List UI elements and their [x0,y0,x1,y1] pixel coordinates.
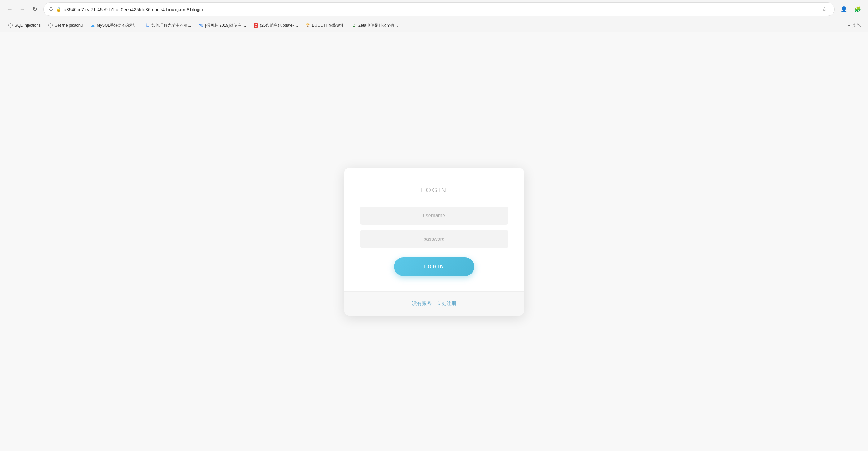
username-input[interactable] [360,207,508,224]
browser-toolbar: ← → ↻ 🛡 🔒 a8540cc7-ea71-45e9-b1ce-0eea42… [0,0,868,19]
firefox-account-icon[interactable]: 👤 [838,4,849,15]
bookmarks-more-button[interactable]: » 其他 [845,21,863,29]
bookmark-label: Get the pikachu [55,23,83,28]
shield-icon: 🛡 [49,6,54,12]
bookmark-star-button[interactable]: ☆ [820,5,829,13]
bookmark-zhi-icon: 知 [145,23,150,28]
address-bar[interactable]: 🛡 🔒 a8540cc7-ea71-45e9-b1ce-0eea425fdd36… [43,2,835,16]
bookmark-item-zeta[interactable]: Z Zeta电位是什么？有... [349,21,401,29]
bookmark-label: [强网杯 2019]随便注 ... [205,23,246,28]
bookmark-globe-icon [8,23,13,28]
username-field-container [360,207,508,224]
page-content: LOGIN LOGIN 没有账号，立刻注册 [0,32,868,451]
reload-button[interactable]: ↻ [30,4,40,14]
bookmark-label: BUUCTF在线评测 [312,23,344,28]
lock-icon: 🔒 [56,7,61,12]
bookmark-globe-icon-2 [48,23,53,28]
bookmark-cloud-icon: ☁ [90,23,95,28]
login-button[interactable]: LOGIN [394,258,474,276]
login-title: LOGIN [360,186,508,194]
forward-button[interactable]: → [17,4,27,14]
bookmark-zeta-icon: Z [352,23,357,28]
extensions-icon[interactable]: 🧩 [852,4,863,15]
bookmark-item-pikachu[interactable]: Get the pikachu [45,22,86,29]
password-input[interactable] [360,230,508,248]
bookmark-label: MySQL手注之布尔型... [97,23,137,28]
bookmark-label: Zeta电位是什么？有... [358,23,398,28]
bookmark-item-csdn[interactable]: C (25条消息) updatex... [250,21,301,29]
bookmark-zhi-icon-2: 知 [198,23,204,28]
bookmark-item-buuctf[interactable]: 🏆 BUUCTF在线评测 [302,21,347,29]
bookmark-buu-icon: 🏆 [305,23,310,28]
bookmark-label: (25条消息) updatex... [260,23,298,28]
bookmark-item-qwb[interactable]: 知 [强网杯 2019]随便注 ... [195,21,249,29]
login-form-area: LOGIN LOGIN [344,168,524,292]
bookmark-item-mysql[interactable]: ☁ MySQL手注之布尔型... [87,21,141,29]
password-field-container [360,230,508,248]
bookmarks-bar: SQL Injections Get the pikachu ☁ MySQL手注… [0,19,868,32]
url-text: a8540cc7-ea71-45e9-b1ce-0eea425fdd36.nod… [64,7,817,12]
browser-right-icons: 👤 🧩 [838,4,863,15]
chevron-right-icon: » [847,23,850,28]
bookmarks-other-label: 其他 [852,23,861,28]
login-card: LOGIN LOGIN 没有账号，立刻注册 [344,168,524,315]
bookmark-item-optics[interactable]: 知 如何理解光学中的相... [142,21,194,29]
bookmark-item-sql[interactable]: SQL Injections [5,22,44,29]
bookmark-label: SQL Injections [14,23,40,28]
nav-buttons: ← → ↻ [5,4,40,14]
browser-chrome: ← → ↻ 🛡 🔒 a8540cc7-ea71-45e9-b1ce-0eea42… [0,0,868,32]
register-link[interactable]: 没有账号，立刻注册 [412,301,457,306]
bookmark-label: 如何理解光学中的相... [151,23,191,28]
login-card-footer: 没有账号，立刻注册 [344,292,524,315]
back-button[interactable]: ← [5,4,15,14]
bookmark-csdn-icon: C [253,23,258,28]
